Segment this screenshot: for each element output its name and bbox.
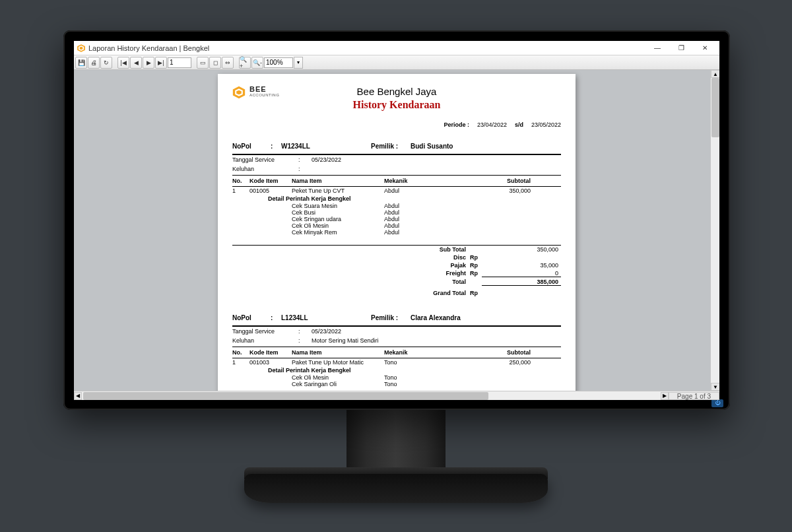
nopol-label: NoPol — [232, 143, 267, 150]
colon: : — [298, 166, 305, 172]
page-number-input[interactable] — [168, 57, 191, 68]
zoom-out-button[interactable]: 🔍- — [251, 57, 263, 69]
scroll-right-button[interactable]: ▶ — [661, 392, 669, 400]
subtotal-value: 350,000 — [482, 246, 561, 253]
table-row: 1 001005 Peket Tune Up CVT Abdul 350,000 — [232, 187, 561, 195]
table-row: 1 001003 Paket Tune Up Motor Matic Tono … — [232, 358, 561, 366]
service-block: Tanggal Service : 05/23/2022 Keluhan : M… — [232, 327, 561, 347]
cell-nama: Peket Tune Up CVT — [292, 187, 384, 194]
tanggal-value: 05/23/2022 — [305, 328, 561, 335]
col-subtotal: Subtotal — [462, 349, 535, 356]
freight-label: Freight — [422, 270, 470, 277]
print-button[interactable]: 🖨 — [88, 57, 100, 69]
table-header: No. Kode Item Nama Item Mekanik Subtotal — [232, 347, 561, 358]
grandtotal-label: Grand Total — [422, 290, 470, 296]
window-maximize-button[interactable]: ❐ — [669, 42, 693, 55]
scroll-track[interactable] — [82, 392, 661, 400]
scroll-thumb[interactable] — [83, 392, 488, 400]
monitor-power-led — [711, 399, 723, 407]
detail-row: Cek Minyak RemAbdul — [232, 229, 561, 236]
pemilik-value: Clara Alexandra — [411, 314, 561, 321]
pajak-value: 35,000 — [482, 262, 561, 269]
subtotal-label: Sub Total — [422, 246, 470, 253]
window-title: Laporan History Kendaraan | Bengkel — [88, 44, 209, 52]
scroll-left-button[interactable]: ◀ — [74, 392, 82, 400]
detail-label: Detail Perintah Kerja Bengkel — [268, 366, 561, 374]
window-minimize-button[interactable]: — — [645, 42, 669, 55]
fit-width-button[interactable]: ⇔ — [222, 57, 234, 69]
total-label: Total — [422, 279, 470, 286]
nopol-row: NoPol : L1234LL Pemilik : Clara Alexandr… — [232, 314, 561, 327]
detail-row: Cek Oli MesinTono — [232, 374, 561, 381]
first-page-button[interactable]: |◀ — [117, 57, 129, 69]
col-nama: Nama Item — [292, 178, 384, 184]
page-status: Page 1 of 3 — [669, 392, 719, 400]
vertical-scrollbar[interactable]: ▲ ▼ — [710, 70, 719, 391]
col-kode: Kode Item — [249, 178, 292, 184]
fit-actual-button[interactable]: ▭ — [197, 57, 209, 69]
currency: Rp — [470, 262, 482, 269]
detail-label: Detail Perintah Kerja Bengkel — [268, 195, 561, 203]
cell-kode: 001005 — [249, 187, 292, 194]
report-viewer: BEE ACCOUNTING Bee Bengkel Jaya History … — [74, 70, 719, 391]
app-icon — [77, 44, 86, 53]
cell-no: 1 — [232, 359, 249, 366]
periode-sep: s/d — [515, 121, 523, 128]
next-page-button[interactable]: ▶ — [143, 57, 154, 69]
colon: : — [271, 314, 277, 321]
vehicle-section: NoPol : W1234LL Pemilik : Budi Susanto T… — [232, 143, 561, 297]
monitor-stand-base — [244, 474, 548, 503]
periode-to: 23/05/2022 — [531, 121, 561, 128]
detail-row: Cek Oli MesinAbdul — [232, 222, 561, 229]
refresh-button[interactable]: ↻ — [100, 57, 112, 69]
keluhan-value — [305, 166, 561, 172]
cell-mekanik: Abdul — [384, 187, 462, 194]
scroll-up-button[interactable]: ▲ — [711, 70, 719, 78]
scroll-thumb[interactable] — [711, 78, 719, 137]
nopol-row: NoPol : W1234LL Pemilik : Budi Susanto — [232, 143, 561, 155]
detail-row: Cek BusiAbdul — [232, 209, 561, 216]
cell-subtotal: 250,000 — [462, 359, 535, 366]
col-nama: Nama Item — [292, 349, 384, 356]
tanggal-label: Tanggal Service — [232, 328, 298, 335]
last-page-button[interactable]: ▶| — [155, 57, 167, 69]
report-viewport[interactable]: BEE ACCOUNTING Bee Bengkel Jaya History … — [74, 70, 710, 391]
periode-from: 23/04/2022 — [477, 121, 507, 128]
nopol-value: L1234LL — [281, 314, 367, 321]
screen: Laporan History Kendaraan | Bengkel — ❐ … — [74, 41, 719, 400]
horizontal-scrollbar[interactable]: ◀ ▶ Page 1 of 3 — [74, 391, 719, 400]
scroll-down-button[interactable]: ▼ — [711, 383, 719, 391]
col-no: No. — [232, 178, 249, 184]
zoom-in-button[interactable]: 🔍+ — [239, 57, 251, 69]
disc-label: Disc — [422, 254, 470, 261]
colon: : — [298, 156, 305, 163]
colon: : — [298, 328, 305, 335]
pemilik-label: Pemilik : — [371, 314, 407, 321]
keluhan-label: Keluhan — [232, 337, 298, 344]
prev-page-button[interactable]: ◀ — [130, 57, 142, 69]
report-page: BEE ACCOUNTING Bee Bengkel Jaya History … — [218, 74, 576, 391]
currency: Rp — [470, 254, 482, 261]
company-name: Bee Bengkel Jaya — [218, 86, 576, 97]
col-mekanik: Mekanik — [384, 178, 462, 184]
detail-row: Cek Saringan OliTono — [232, 381, 561, 387]
window-close-button[interactable]: ✕ — [693, 42, 717, 55]
currency: Rp — [470, 290, 482, 296]
pemilik-label: Pemilik : — [371, 143, 407, 150]
colon: : — [298, 337, 305, 344]
report-toolbar: 💾 🖨 ↻ |◀ ◀ ▶ ▶| ▭ ◻ ⇔ 🔍+ 🔍- ▾ — [74, 55, 719, 70]
detail-row: Cek Suara MesinAbdul — [232, 203, 561, 209]
cell-mekanik: Tono — [384, 359, 462, 366]
zoom-dropdown[interactable]: ▾ — [294, 57, 303, 69]
service-block: Tanggal Service : 05/23/2022 Keluhan : — [232, 155, 561, 176]
col-no: No. — [232, 349, 249, 356]
monitor-frame: Laporan History Kendaraan | Bengkel — ❐ … — [63, 30, 730, 410]
zoom-input[interactable] — [264, 57, 293, 68]
report-title: History Kendaraan — [218, 99, 576, 111]
periode-row: Periode : 23/04/2022 s/d 23/05/2022 — [444, 121, 561, 128]
fit-page-button[interactable]: ◻ — [209, 57, 221, 69]
cell-nama: Paket Tune Up Motor Matic — [292, 359, 384, 366]
save-button[interactable]: 💾 — [75, 57, 87, 69]
total-value: 385,000 — [482, 279, 561, 286]
cell-no: 1 — [232, 187, 249, 194]
